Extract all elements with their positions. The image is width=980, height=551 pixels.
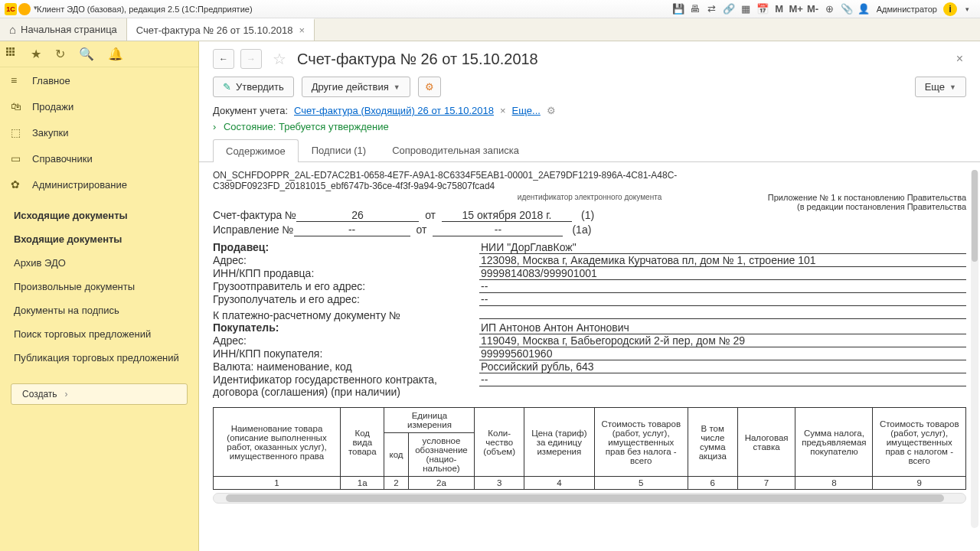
nav-arbitrary[interactable]: Произвольные документы — [11, 275, 188, 298]
field-row: ИНН/КПП продавца:9999814083/999901001 — [213, 267, 966, 280]
search-icon[interactable]: 🔍 — [79, 47, 94, 61]
settings-icon[interactable]: ⚙ — [547, 105, 556, 116]
m-plus-btn[interactable]: M+ — [789, 2, 803, 16]
m-minus-btn[interactable]: M- — [806, 2, 820, 16]
nav-archive[interactable]: Архив ЭДО — [11, 251, 188, 275]
favorite-star-icon[interactable]: ☆ — [273, 50, 286, 68]
correction-label: Исправление № — [213, 223, 294, 236]
subtab-note[interactable]: Сопроводительная записка — [379, 139, 532, 161]
field-row: Адрес:119049, Москва г, Бабьегородский 2… — [213, 334, 966, 347]
sidebar: ★ ↻ 🔍 🔔 ≡Главное 🛍Продажи ⬚Закупки ▭Спра… — [0, 41, 199, 551]
attach-icon[interactable]: 📎 — [840, 2, 854, 16]
tab-document[interactable]: Счет-фактура № 26 от 15.10.2018 × — [127, 18, 315, 41]
calendar-icon[interactable]: 📅 — [756, 2, 769, 16]
user-label[interactable]: Администратор — [877, 5, 937, 14]
field-row: Идентификатор государственного контракта… — [213, 373, 966, 398]
field-label: Валюта: наименование, код — [213, 360, 479, 373]
field-label: Адрес: — [213, 334, 479, 347]
star-icon[interactable]: ★ — [31, 47, 41, 61]
nav-main[interactable]: ≡Главное — [0, 67, 198, 93]
info-icon[interactable]: i — [943, 2, 957, 16]
app-title: Клиент ЭДО (базовая), редакция 2.5 (1С:П… — [37, 5, 253, 14]
nav-purchases[interactable]: ⬚Закупки — [0, 119, 198, 145]
tab-close-icon[interactable]: × — [299, 24, 305, 36]
field-label: Адрес: — [213, 254, 479, 266]
field-label: Продавец: — [213, 241, 479, 253]
print-icon[interactable]: 🖶 — [688, 2, 702, 16]
nav-sign[interactable]: Документы на подпись — [11, 298, 188, 322]
create-button[interactable]: Создать — [11, 383, 188, 405]
field-label: Грузоотправитель и его адрес: — [213, 280, 479, 292]
invoice-date: 15 октября 2018 г. — [442, 209, 572, 222]
field-label: ИНН/КПП покупателя: — [213, 347, 479, 360]
field-value — [479, 306, 966, 319]
field-label: ИНН/КПП продавца: — [213, 267, 479, 279]
field-value: 119049, Москва г, Бабьегородский 2-й пер… — [479, 334, 966, 347]
nav-incoming[interactable]: Входящие документы — [11, 227, 188, 251]
clear-link-icon[interactable]: × — [500, 105, 506, 116]
more-button[interactable]: Еще▼ — [915, 77, 966, 97]
apps-icon[interactable] — [6, 47, 17, 61]
titlebar: 1C Клиент ЭДО (базовая), редакция 2.5 (1… — [0, 0, 980, 18]
appendix-note: Приложение № 1 к постановлению Правитель… — [768, 193, 966, 211]
content: ← → ☆ Счет-фактура № 26 от 15.10.2018 × … — [199, 41, 980, 551]
field-value: Российский рубль, 643 — [479, 360, 966, 373]
field-row: Продавец:НИИ "ДорГлавКож" — [213, 241, 966, 254]
app-logo-icon: 1C — [5, 3, 17, 15]
field-value: -- — [479, 373, 966, 386]
status-line[interactable]: Состояние: Требуется утверждение — [199, 121, 980, 139]
app-menu-dropdown[interactable] — [18, 3, 31, 15]
close-doc-icon[interactable]: × — [953, 52, 966, 66]
info-dropdown-icon[interactable]: ▾ — [960, 2, 974, 16]
field-row: Валюта: наименование, кодРоссийский рубл… — [213, 360, 966, 373]
tab-home[interactable]: Начальная страница — [0, 18, 127, 41]
account-doc-link[interactable]: Счет-фактура (Входящий) 26 от 15.10.2018 — [294, 105, 494, 116]
field-row: К платежно-расчетному документу № — [213, 306, 966, 321]
correction-number: -- — [294, 223, 410, 236]
subtab-content[interactable]: Содержимое — [213, 139, 299, 162]
link-icon[interactable]: 🔗 — [722, 2, 736, 16]
user-icon: 👤 — [857, 2, 871, 16]
calc-icon[interactable]: ▦ — [739, 2, 753, 16]
field-row: Адрес:123098, Москва г, Академика Курчат… — [213, 254, 966, 267]
other-actions-button[interactable]: Другие действия▼ — [302, 77, 410, 97]
horizontal-scrollbar[interactable] — [213, 493, 966, 504]
bag-icon: 🛍 — [11, 100, 24, 112]
bell-icon[interactable]: 🔔 — [108, 47, 123, 61]
history-icon[interactable]: ↻ — [55, 47, 65, 61]
field-value: 123098, Москва г, Академика Курчатова пл… — [479, 254, 966, 267]
nav-search-offers[interactable]: Поиск торговых предложений — [11, 322, 188, 346]
field-label: К платежно-расчетному документу № — [213, 309, 479, 321]
save-icon[interactable]: 💾 — [671, 2, 685, 16]
subtab-signatures[interactable]: Подписи (1) — [299, 139, 379, 161]
m-btn[interactable]: M — [773, 2, 786, 16]
nav-publish-offers[interactable]: Публикация торговых предложений — [11, 346, 188, 370]
nav-sales[interactable]: 🛍Продажи — [0, 93, 198, 119]
nav-admin[interactable]: ✿Администрирование — [0, 171, 198, 197]
box-icon: ⬚ — [11, 126, 24, 139]
field-value: НИИ "ДорГлавКож" — [479, 241, 966, 254]
nav-outgoing[interactable]: Исходящие документы — [11, 204, 188, 227]
field-label: Покупатель: — [213, 321, 479, 334]
tab-row: Начальная страница Счет-фактура № 26 от … — [0, 18, 980, 41]
more-link[interactable]: Еще... — [512, 105, 541, 116]
field-label: Грузополучатель и его адрес: — [213, 293, 479, 305]
card-icon: ▭ — [11, 152, 24, 165]
field-row: Покупатель:ИП Антонов Антон Антонович — [213, 321, 966, 334]
compare-icon[interactable]: ⇄ — [705, 2, 719, 16]
sidebar-iconbar: ★ ↻ 🔍 🔔 — [0, 41, 198, 67]
invoice-label: Счет-фактура № — [213, 209, 296, 221]
invoice-number: 26 — [296, 209, 419, 222]
field-row: Грузоотправитель и его адрес:-- — [213, 280, 966, 293]
back-button[interactable]: ← — [213, 49, 234, 69]
doc-body: ON_SCHFDOPPR_2AL-ED7AC2B1-0658-4E7F-A9A1… — [199, 162, 980, 551]
approve-button[interactable]: ✎Утвердить — [213, 77, 294, 97]
vertical-scrollbar[interactable] — [971, 170, 978, 528]
field-value: 999995601960 — [479, 347, 966, 360]
account-doc-label: Документ учета: — [213, 105, 288, 116]
field-value: 9999814083/999901001 — [479, 267, 966, 280]
field-value: -- — [479, 280, 966, 293]
zoom-icon[interactable]: ⊕ — [823, 2, 837, 16]
nav-directories[interactable]: ▭Справочники — [0, 145, 198, 171]
structure-button[interactable]: ⚙ — [418, 77, 441, 97]
